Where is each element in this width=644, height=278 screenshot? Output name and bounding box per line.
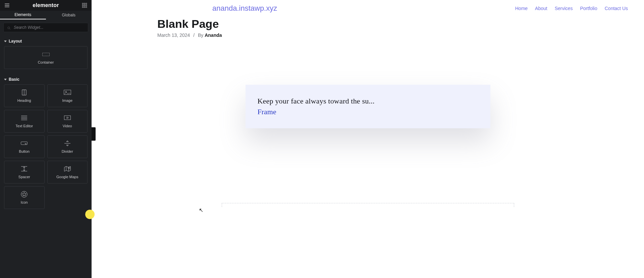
elementor-logo: elementor: [33, 2, 59, 8]
sidebar-header: elementor: [0, 0, 92, 11]
widget-text-editor[interactable]: Text Editor: [4, 110, 45, 133]
google-maps-icon: [63, 165, 71, 172]
widget-icon-label: Icon: [21, 200, 28, 204]
widget-spacer-label: Spacer: [18, 175, 30, 179]
search-input[interactable]: [14, 25, 85, 30]
page-meta: March 13, 2024 / By Ananda: [157, 32, 644, 38]
widget-container-label: Container: [38, 60, 54, 64]
divider-icon: [63, 140, 71, 147]
layout-grid: Container: [0, 46, 92, 74]
page-author[interactable]: Ananda: [205, 32, 222, 38]
cursor-icon: ↖: [199, 207, 203, 213]
svg-rect-0: [82, 3, 83, 4]
icon-icon: [20, 191, 28, 198]
svg-rect-5: [86, 5, 87, 6]
svg-rect-11: [64, 90, 71, 95]
svg-point-12: [65, 91, 66, 92]
widget-video-label: Video: [63, 124, 72, 128]
text-editor-icon: [20, 115, 28, 121]
menu-icon[interactable]: [4, 2, 10, 8]
image-icon: [63, 89, 71, 96]
page-title: Blank Page: [157, 17, 644, 30]
section-basic-label: Basic: [9, 77, 19, 82]
svg-point-9: [8, 27, 10, 29]
container-icon: [42, 51, 50, 58]
canvas: ananda.instawp.xyz Home About Services P…: [92, 0, 644, 278]
hero-attribution: Frame: [258, 108, 478, 116]
button-icon: [20, 140, 28, 147]
widget-button[interactable]: Button: [4, 135, 45, 158]
section-layout[interactable]: Layout: [0, 36, 92, 46]
video-icon: [63, 115, 71, 121]
svg-rect-1: [84, 3, 85, 4]
basic-grid: Heading Image Text Editor Video Button D…: [0, 84, 92, 214]
search-icon: [7, 25, 11, 29]
svg-rect-8: [86, 7, 87, 8]
hero-section[interactable]: Keep your face always toward the su... F…: [92, 85, 644, 128]
svg-rect-6: [82, 7, 83, 8]
nav-about[interactable]: About: [535, 6, 547, 11]
widget-divider[interactable]: Divider: [47, 135, 88, 158]
tab-globals[interactable]: Globals: [46, 11, 92, 19]
by-prefix: By: [198, 32, 203, 38]
widget-video[interactable]: Video: [47, 110, 88, 133]
search-wrap: [0, 19, 92, 36]
hero-quote-text: Keep your face always toward the su...: [258, 97, 478, 106]
svg-rect-2: [86, 3, 87, 4]
widget-image-label: Image: [62, 98, 72, 102]
widget-text-editor-label: Text Editor: [15, 124, 33, 128]
site-brand[interactable]: ananda.instawp.xyz: [212, 4, 277, 13]
apps-icon[interactable]: [82, 2, 88, 8]
sidebar-collapse-handle[interactable]: [92, 127, 96, 141]
nav-home[interactable]: Home: [515, 6, 528, 11]
svg-rect-4: [84, 5, 85, 6]
nav-portfolio[interactable]: Portfolio: [580, 6, 597, 11]
widget-spacer[interactable]: Spacer: [4, 161, 45, 184]
widget-image[interactable]: Image: [47, 84, 88, 107]
tab-elements[interactable]: Elements: [0, 11, 46, 19]
widget-divider-label: Divider: [62, 149, 73, 153]
primary-nav: Home About Services Portfolio Contact Us: [515, 6, 628, 11]
hero-card: Keep your face always toward the su... F…: [246, 85, 490, 128]
nav-contact[interactable]: Contact Us: [605, 6, 628, 11]
page-date: March 13, 2024: [157, 32, 190, 38]
section-basic[interactable]: Basic: [0, 74, 92, 84]
section-layout-label: Layout: [9, 39, 22, 44]
widget-heading[interactable]: Heading: [4, 84, 45, 107]
search-box[interactable]: [3, 23, 88, 32]
widget-google-maps-label: Google Maps: [56, 175, 78, 179]
widget-icon[interactable]: Icon: [4, 186, 45, 209]
caret-down-icon: [4, 79, 7, 80]
highlight-dot: [85, 210, 95, 219]
widget-button-label: Button: [19, 149, 30, 153]
site-header: ananda.instawp.xyz Home About Services P…: [92, 0, 644, 17]
svg-rect-3: [82, 5, 83, 6]
page-head: Blank Page March 13, 2024 / By Ananda: [92, 17, 644, 38]
heading-icon: [20, 89, 28, 96]
nav-services[interactable]: Services: [555, 6, 573, 11]
meta-separator: /: [191, 32, 197, 38]
app-root: elementor Elements Globals Layout: [0, 0, 644, 278]
spacer-icon: [20, 165, 28, 172]
widget-google-maps[interactable]: Google Maps: [47, 161, 88, 184]
svg-rect-7: [84, 7, 85, 8]
sidebar-tabs: Elements Globals: [0, 11, 92, 19]
svg-rect-14: [21, 142, 28, 145]
widget-heading-label: Heading: [17, 98, 31, 102]
widget-container[interactable]: Container: [4, 46, 88, 69]
svg-rect-13: [64, 116, 70, 120]
svg-rect-10: [42, 53, 49, 56]
empty-section-dropzone[interactable]: [222, 203, 514, 207]
caret-down-icon: [4, 41, 7, 42]
hero-inner: Keep your face always toward the su... F…: [246, 85, 490, 128]
elementor-sidebar: elementor Elements Globals Layout: [0, 0, 92, 278]
